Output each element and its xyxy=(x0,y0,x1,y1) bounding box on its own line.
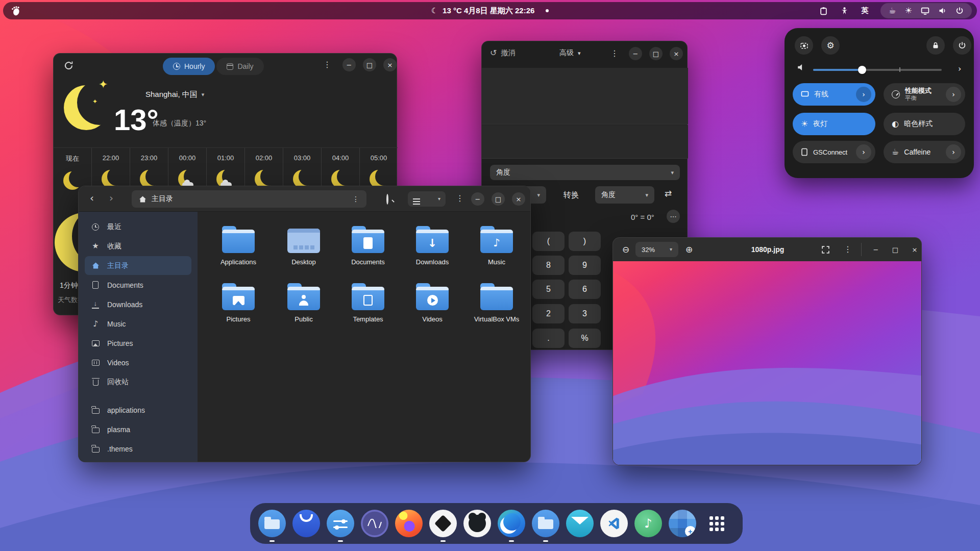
sidebar-item-home[interactable]: 主目录 xyxy=(85,256,191,275)
zoom-level-dropdown[interactable]: 32% ▾ xyxy=(635,242,678,257)
clock-button[interactable]: ☾ 13 °C 4月8日 星期六 22:26 xyxy=(431,6,535,16)
sidebar-item-recent[interactable]: 最近 xyxy=(85,217,191,236)
calc-key[interactable]: . xyxy=(532,329,565,348)
settings-button[interactable]: ⚙ xyxy=(821,36,840,55)
volume-expand-chevron[interactable]: › xyxy=(958,65,961,73)
calc-key[interactable]: ) xyxy=(569,232,601,251)
volume-slider-knob[interactable] xyxy=(858,66,866,74)
night-light-toggle[interactable]: ☀ 夜灯 xyxy=(793,113,875,135)
sidebar-item-documents[interactable]: Documents xyxy=(85,276,191,294)
maximize-button[interactable]: □ xyxy=(649,47,663,60)
sidebar-item-downloads[interactable]: Downloads xyxy=(85,295,191,314)
view-toggle-button[interactable]: ▾ xyxy=(408,191,446,207)
tab-hourly[interactable]: Hourly xyxy=(163,58,215,75)
file-item[interactable]: Public xyxy=(272,283,335,323)
minimize-button[interactable]: − xyxy=(629,47,642,60)
path-menu-icon[interactable]: ⋮ xyxy=(352,195,359,203)
tab-daily[interactable]: Daily xyxy=(216,58,263,75)
file-item[interactable]: Videos xyxy=(401,283,464,323)
maximize-button[interactable]: □ xyxy=(889,243,902,256)
chevron-right-icon[interactable]: › xyxy=(946,87,961,102)
file-item[interactable]: ♪ Music xyxy=(465,226,528,266)
gsconnect-toggle[interactable]: GSConnect › xyxy=(793,141,875,163)
minimize-button[interactable]: − xyxy=(869,243,883,256)
calc-key[interactable]: 8 xyxy=(532,256,565,275)
calc-display[interactable] xyxy=(482,68,688,124)
sidebar-item-videos[interactable]: Videos xyxy=(85,353,191,372)
back-button[interactable]: ‹ xyxy=(90,193,94,203)
file-item[interactable]: Documents xyxy=(336,226,400,266)
undo-button[interactable]: ↺ 撤消 xyxy=(490,48,515,58)
power-profile-toggle[interactable]: 性能模式 平衡 › xyxy=(884,83,965,106)
dock-item-file-manager[interactable] xyxy=(532,510,559,537)
lock-button[interactable] xyxy=(926,36,945,55)
chevron-right-icon[interactable]: › xyxy=(946,144,961,160)
dock-item-settings[interactable] xyxy=(327,510,354,537)
dock-item-system-monitor[interactable] xyxy=(361,510,388,537)
menu-button[interactable]: ⋮ xyxy=(844,245,852,254)
menu-button[interactable]: ⋮ xyxy=(323,61,331,69)
location-selector[interactable]: Shanghai, 中国 ▾ xyxy=(145,90,204,99)
wired-network-toggle[interactable]: 有线 › xyxy=(793,83,875,106)
sidebar-item-applications[interactable]: applications xyxy=(85,400,191,419)
app-grid-button[interactable] xyxy=(703,510,730,537)
sidebar-item-themes[interactable]: .themes xyxy=(85,439,191,458)
more-options-button[interactable]: ⋯ xyxy=(667,210,680,223)
dock-item-files[interactable] xyxy=(258,510,286,537)
file-item[interactable]: Templates xyxy=(336,283,400,323)
accessibility-icon[interactable] xyxy=(840,7,849,15)
dark-style-toggle[interactable]: ◐ 暗色样式 xyxy=(884,113,965,135)
sidebar-item-plasma[interactable]: plasma xyxy=(85,420,191,439)
maximize-button[interactable]: □ xyxy=(363,58,376,71)
file-item[interactable]: Pictures xyxy=(207,283,270,323)
calc-key[interactable]: % xyxy=(569,329,601,348)
file-item[interactable]: Desktop xyxy=(272,226,335,266)
dock-item-edge[interactable] xyxy=(498,510,525,537)
forward-button[interactable]: › xyxy=(109,193,113,203)
close-button[interactable]: × xyxy=(908,243,921,256)
dock-item-github[interactable] xyxy=(463,510,491,537)
mode-selector[interactable]: 高级 ▾ xyxy=(559,48,581,58)
sidebar-item-trash[interactable]: 回收站 xyxy=(85,372,191,391)
dock-item-inkscape[interactable] xyxy=(429,510,457,537)
close-button[interactable]: × xyxy=(512,192,525,206)
clipboard-icon[interactable] xyxy=(819,7,828,15)
image-content[interactable] xyxy=(613,261,922,465)
close-button[interactable]: × xyxy=(383,58,397,71)
dock-item-vscode[interactable] xyxy=(600,510,628,537)
dock-item-software[interactable] xyxy=(669,510,696,537)
calc-key[interactable]: 2 xyxy=(532,304,565,323)
screenshot-button[interactable] xyxy=(795,36,813,55)
dock-item-mail[interactable] xyxy=(566,510,594,537)
activities-button[interactable] xyxy=(10,2,21,19)
unit-to-dropdown[interactable]: 角度 ▾ xyxy=(595,186,654,204)
path-bar[interactable]: 主目录 ⋮ xyxy=(132,190,366,208)
power-button[interactable] xyxy=(953,36,971,55)
file-item[interactable]: Applications xyxy=(207,226,270,266)
minimize-button[interactable]: − xyxy=(342,58,356,71)
calc-key[interactable]: 5 xyxy=(532,280,565,299)
fullscreen-button[interactable] xyxy=(821,245,830,256)
file-item[interactable]: VirtualBox VMs xyxy=(465,283,528,323)
dock-item-firefox[interactable] xyxy=(395,510,423,537)
zoom-out-button[interactable]: ⊖ xyxy=(619,243,632,256)
refresh-button[interactable] xyxy=(64,61,74,72)
swap-units-button[interactable]: ⇄ xyxy=(665,189,672,198)
zoom-in-button[interactable]: ⊕ xyxy=(682,243,696,256)
search-button[interactable] xyxy=(386,195,388,204)
menu-button[interactable]: ⋮ xyxy=(456,194,464,203)
maximize-button[interactable]: □ xyxy=(492,192,505,206)
angle-dropdown[interactable]: 角度 ▾ xyxy=(490,165,680,180)
calc-key[interactable]: ( xyxy=(532,232,565,251)
minimize-button[interactable]: − xyxy=(471,192,484,206)
file-item[interactable]: ↓ Downloads xyxy=(401,226,464,266)
chevron-right-icon[interactable]: › xyxy=(856,144,871,160)
close-button[interactable]: × xyxy=(670,47,683,60)
caffeine-toggle[interactable]: ☕ Caffeine › xyxy=(884,141,965,163)
sidebar-item-music[interactable]: ♪ Music xyxy=(85,314,191,333)
sidebar-item-pictures[interactable]: Pictures xyxy=(85,334,191,353)
quick-settings-button[interactable]: ☕ ☀ xyxy=(880,3,972,18)
menu-button[interactable]: ⋮ xyxy=(610,49,619,58)
dock-item-music[interactable]: ♪ xyxy=(634,510,662,537)
calc-key[interactable]: 9 xyxy=(569,256,601,275)
